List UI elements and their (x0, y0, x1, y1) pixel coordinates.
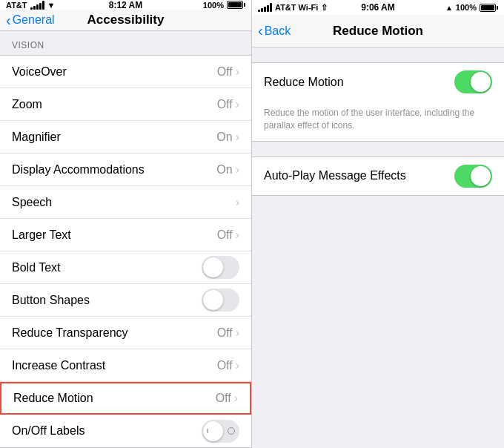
list-item-bold-text[interactable]: Bold Text (0, 251, 251, 284)
list-item-on-off-labels[interactable]: On/Off Labels I (0, 415, 251, 447)
zoom-chevron-icon: › (236, 98, 239, 111)
left-back-chevron-icon: ‹ (6, 12, 11, 29)
reduce-transparency-chevron-icon: › (236, 326, 239, 340)
left-signal-icon (30, 1, 44, 10)
right-back-chevron-icon: ‹ (258, 22, 263, 39)
display-chevron-icon: › (236, 163, 239, 177)
list-item-button-shapes[interactable]: Button Shapes (0, 284, 251, 317)
list-item-bold-right (202, 256, 239, 279)
magnifier-chevron-icon: › (236, 131, 239, 144)
right-nav-bar: ‹ Back Reduce Motion (252, 15, 504, 47)
left-status-left: AT&T ▼ (6, 1, 55, 10)
right-auto-play-section: Auto-Play Message Effects (252, 157, 504, 196)
left-status-bar: AT&T ▼ 8:12 AM 100% (0, 0, 251, 10)
list-item-button-right (202, 289, 239, 312)
list-item-reduce-motion[interactable]: Reduce Motion Off › (0, 382, 251, 415)
left-wifi-icon: ▼ (47, 1, 56, 10)
bold-text-toggle-knob (203, 257, 223, 277)
button-shapes-toggle-knob (203, 290, 223, 310)
auto-play-toggle[interactable] (454, 165, 492, 188)
left-status-right: 100% (203, 1, 245, 10)
list-item-zoom-right: Off › (217, 98, 239, 111)
right-status-bar: AT&T Wi-Fi ⇧ 9:06 AM ▲ 100% (252, 0, 504, 15)
right-battery-pct: 100% (456, 3, 477, 12)
list-item-on-off-right: I (202, 420, 239, 443)
list-item-larger-right: Off › (217, 228, 239, 242)
reduce-motion-main-toggle-knob (471, 72, 491, 92)
reduce-motion-main-toggle[interactable] (454, 70, 492, 93)
list-item-magnifier[interactable]: Magnifier On › (0, 121, 251, 154)
right-auto-play-item[interactable]: Auto-Play Message Effects (252, 157, 504, 195)
right-nav-title: Reduce Motion (333, 24, 423, 39)
list-item-magnifier-right: On › (216, 131, 239, 144)
speech-chevron-icon: › (236, 196, 239, 209)
list-item-reduce-transparency[interactable]: Reduce Transparency Off › (0, 317, 251, 349)
voiceover-chevron-icon: › (236, 65, 239, 79)
list-item-display-accommodations[interactable]: Display Accommodations On › (0, 154, 251, 186)
right-panel: AT&T Wi-Fi ⇧ 9:06 AM ▲ 100% ‹ Back Reduc… (252, 0, 504, 448)
right-battery-icon (480, 4, 498, 12)
right-status-right: ▲ 100% (445, 3, 498, 12)
list-item-reduce-transp-right: Off › (217, 326, 239, 340)
left-battery-pct: 100% (203, 1, 224, 10)
list-item-larger-text[interactable]: Larger Text Off › (0, 219, 251, 251)
left-carrier: AT&T (6, 1, 27, 10)
left-back-button[interactable]: ‹ General (6, 12, 55, 29)
list-item-speech[interactable]: Speech › (0, 186, 251, 219)
left-panel: AT&T ▼ 8:12 AM 100% ‹ (0, 0, 252, 448)
list-item-display-right: On › (216, 163, 239, 177)
left-nav-title: Accessibility (87, 13, 165, 27)
list-item-increase-contrast-right: Off › (217, 359, 239, 372)
left-battery-icon (227, 1, 245, 9)
reduce-motion-chevron-icon: › (234, 392, 238, 405)
list-item-increase-contrast[interactable]: Increase Contrast Off › (0, 349, 251, 382)
right-wifi-icon: ⇧ (321, 3, 328, 13)
right-signal-icon (258, 3, 272, 12)
right-back-button[interactable]: ‹ Back (258, 22, 291, 39)
list-item-voiceover-right: Off › (217, 65, 239, 79)
left-time: 8:12 AM (109, 0, 143, 10)
right-time: 9:06 AM (361, 2, 395, 13)
right-reduce-motion-description: Reduce the motion of the user interface,… (252, 101, 504, 141)
list-item-reduce-motion-right: Off › (216, 392, 238, 405)
list-item-speech-right: › (236, 196, 239, 209)
list-item-zoom[interactable]: Zoom Off › (0, 88, 251, 121)
increase-contrast-chevron-icon: › (236, 359, 239, 372)
right-reduce-motion-item[interactable]: Reduce Motion (252, 63, 504, 101)
left-list-group: VoiceOver Off › Zoom Off › Magnifier On … (0, 55, 251, 448)
bold-text-toggle[interactable] (202, 256, 239, 279)
left-nav-bar: ‹ General Accessibility (0, 10, 251, 31)
left-section-header: VISION (0, 31, 251, 55)
list-item-voiceover[interactable]: VoiceOver Off › (0, 56, 251, 88)
right-location-icon: ▲ (445, 4, 453, 12)
right-carrier: AT&T Wi-Fi (275, 3, 318, 12)
larger-text-chevron-icon: › (236, 228, 239, 242)
left-back-label[interactable]: General (13, 13, 55, 27)
right-status-left: AT&T Wi-Fi ⇧ (258, 3, 328, 13)
right-back-label[interactable]: Back (265, 24, 291, 38)
on-off-labels-toggle[interactable]: I (202, 420, 239, 443)
button-shapes-toggle[interactable] (202, 289, 239, 312)
auto-play-toggle-knob (471, 166, 491, 186)
right-reduce-motion-section: Reduce Motion Reduce the motion of the u… (252, 62, 504, 142)
